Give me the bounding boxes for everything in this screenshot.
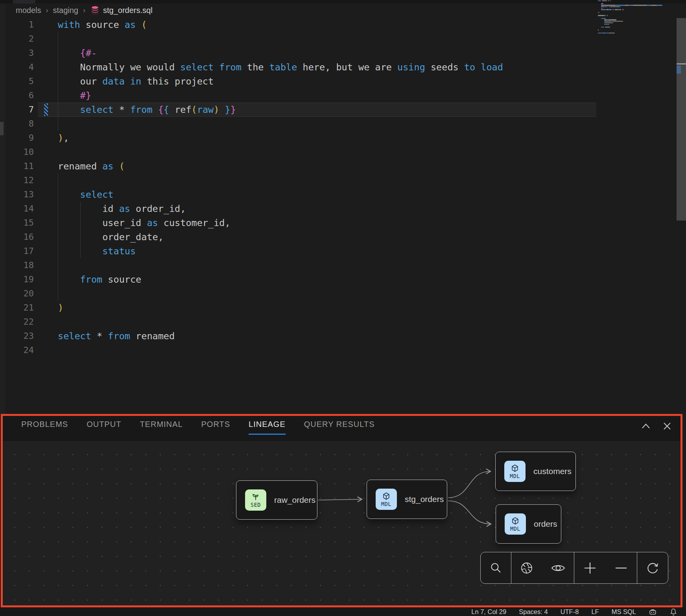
status-cursor-position[interactable]: Ln 7, Col 29: [471, 608, 506, 616]
minimap-line: [647, 5, 651, 6]
minimap-line: [651, 5, 656, 6]
node-badge-label: MDL: [510, 526, 520, 532]
minimap-line: [610, 0, 611, 1]
editor-scrollbar[interactable]: [677, 18, 686, 221]
minimap-line: [612, 21, 623, 22]
toolbar-group: [481, 552, 511, 583]
bell-icon[interactable]: [669, 607, 677, 616]
node-label: stg_orders: [405, 495, 444, 504]
minimap-line: [605, 27, 610, 28]
code-line: user_id as customer_id,: [58, 216, 231, 230]
code-line: #}: [58, 88, 91, 103]
close-panel-icon[interactable]: [662, 421, 672, 431]
code-line: with source as (: [58, 18, 147, 32]
panel-tab-lineage[interactable]: LINEAGE: [249, 420, 286, 435]
minimap-line: [609, 9, 612, 10]
cube-icon: [511, 464, 519, 473]
node-badge-label: SED: [251, 502, 261, 508]
status-eol[interactable]: LF: [591, 608, 599, 616]
code-line: status: [58, 244, 136, 258]
status-indentation[interactable]: Spaces: 4: [519, 608, 548, 616]
lineage-node-orders[interactable]: MDLorders: [496, 504, 561, 544]
minimap-line: [602, 0, 607, 1]
minimap-line: [601, 8, 603, 9]
code-line: Normally we would select from the table …: [58, 60, 503, 74]
node-badge-label: MDL: [510, 473, 520, 479]
overview-ruler-modified-marker: [677, 66, 681, 74]
eye-icon[interactable]: [551, 562, 566, 574]
code-line: {#-: [58, 46, 97, 60]
panel-tab-terminal[interactable]: TERMINAL: [140, 420, 183, 435]
minimap-line: [601, 27, 604, 28]
node-badge-label: MDL: [381, 501, 391, 507]
panel-tab-bar: PROBLEMSOUTPUTTERMINALPORTSLINEAGEQUERY …: [21, 420, 374, 435]
node-badge: MDL: [505, 513, 526, 535]
node-badge: SED: [245, 489, 266, 511]
minimap-line: [598, 29, 599, 30]
minimap-line: [604, 21, 610, 22]
node-label: customers: [533, 467, 572, 476]
minimap-line: [613, 9, 614, 10]
panel-tab-output[interactable]: OUTPUT: [87, 420, 121, 435]
lineage-node-customers[interactable]: MDLcustomers: [495, 452, 576, 491]
toolbar-group: [574, 552, 637, 583]
minimap-line: [604, 24, 609, 25]
minimap-line: [625, 5, 629, 6]
minimap-line: [623, 9, 624, 10]
minimap-line: [604, 19, 607, 20]
panel-tab-query-results[interactable]: QUERY RESULTS: [304, 420, 375, 435]
node-label: orders: [534, 519, 557, 529]
minimap-line: [606, 9, 609, 10]
minimap-line: [601, 18, 606, 19]
minimap-line: [604, 22, 613, 23]
cube-icon: [382, 492, 391, 500]
zoom-out-icon[interactable]: [614, 561, 628, 575]
toolbar-group: [637, 552, 668, 583]
cube-icon: [511, 517, 520, 525]
lineage-toolbar: [480, 552, 668, 584]
code-editor[interactable]: 1with source as (23 {#-4 Normally we wou…: [0, 0, 686, 414]
minimap-line: [599, 12, 599, 13]
status-bar: Ln 7, Col 29Spaces: 4UTF-8LFMS SQL: [0, 607, 686, 616]
chevron-up-icon[interactable]: [641, 423, 651, 429]
minimap-line: [610, 6, 621, 7]
minimap-line: [604, 15, 606, 16]
lineage-node-raw_orders[interactable]: SEDraw_orders: [236, 480, 317, 520]
minimap-line: [620, 9, 621, 10]
panel-tab-ports[interactable]: PORTS: [201, 420, 231, 435]
node-label: raw_orders: [274, 495, 315, 505]
lineage-node-stg_orders[interactable]: MDLstg_orders: [367, 480, 447, 519]
code-line: our data in this project: [58, 74, 214, 88]
minimap-line: [607, 15, 608, 16]
code-line: select * from {{ ref(raw) }}: [58, 103, 236, 117]
scrollbar-cursor-line: [677, 63, 686, 64]
vscode-window: models › staging › stg_orders.sql 1with …: [0, 0, 686, 616]
copilot-icon[interactable]: [649, 608, 657, 616]
minimap-line: [609, 19, 617, 20]
minimap-line: [604, 6, 607, 7]
minimap-line: [601, 5, 616, 6]
code-line: id as order_id,: [58, 202, 186, 216]
code-line: from source: [58, 272, 141, 287]
minimap-line: [633, 5, 647, 6]
minimap-line: [657, 5, 662, 6]
left-scroll-handle[interactable]: [0, 122, 4, 135]
minimap-line: [598, 15, 604, 16]
code-line: order_date,: [58, 230, 164, 244]
node-badge: MDL: [376, 489, 397, 510]
code-line: select: [58, 188, 113, 202]
minimap-line: [616, 5, 625, 6]
search-icon[interactable]: [489, 561, 503, 575]
gutter-modified-marker: [44, 103, 48, 116]
panel-tab-problems[interactable]: PROBLEMS: [21, 420, 68, 435]
seed-icon: [251, 493, 260, 501]
minimap-line: [598, 33, 603, 33]
panel-actions: [641, 421, 672, 431]
code-line: select * from renamed: [58, 329, 175, 343]
status-encoding[interactable]: UTF-8: [561, 608, 579, 616]
aperture-icon[interactable]: [520, 561, 534, 575]
minimap[interactable]: [598, 0, 666, 157]
refresh-icon[interactable]: [645, 561, 660, 575]
zoom-in-icon[interactable]: [583, 561, 597, 575]
status-language-mode[interactable]: MS SQL: [612, 608, 636, 616]
